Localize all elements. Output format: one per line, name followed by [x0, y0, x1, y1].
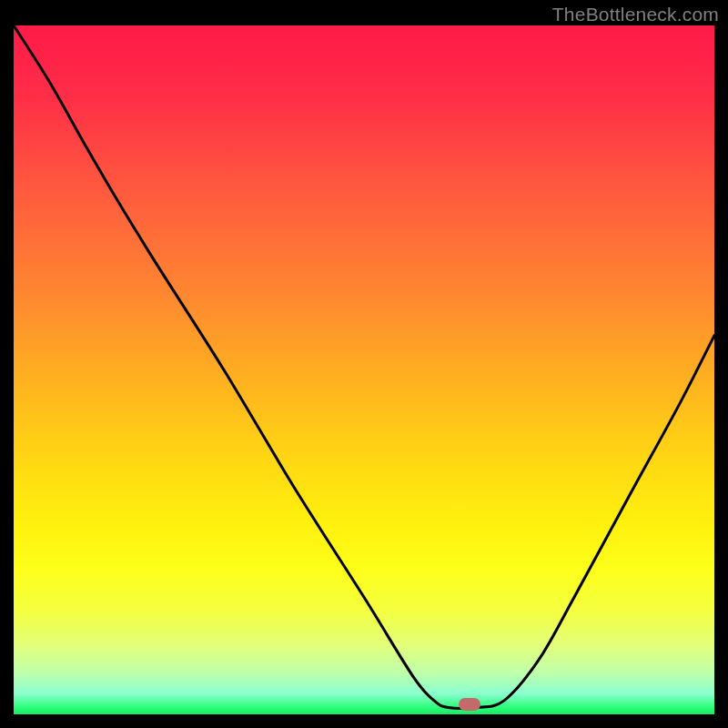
bottleneck-curve-path: [14, 25, 714, 708]
bottleneck-curve: [14, 25, 714, 714]
plot-area: [14, 25, 714, 714]
chart-frame: TheBottleneck.com: [0, 0, 728, 728]
watermark-text: TheBottleneck.com: [552, 4, 719, 25]
optimum-marker: [459, 698, 480, 711]
